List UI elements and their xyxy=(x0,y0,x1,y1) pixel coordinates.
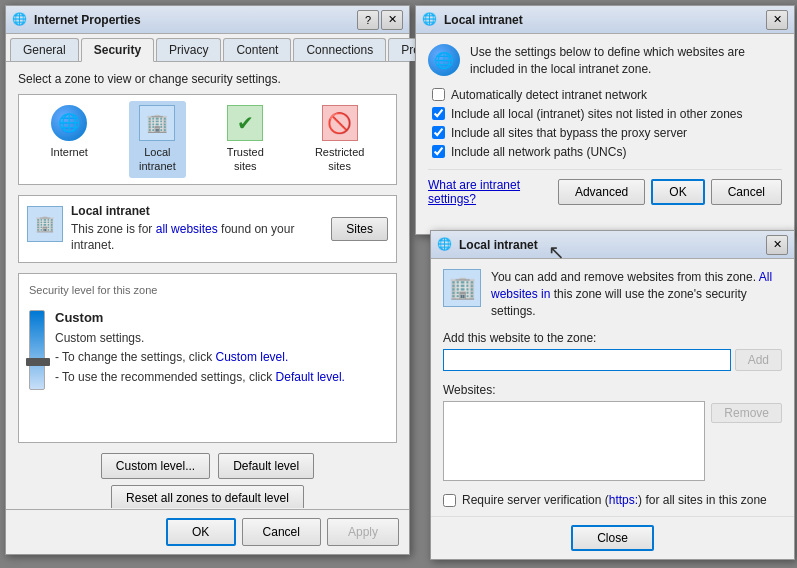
local-intranet-top-content: 🌐 Use the settings below to define which… xyxy=(416,34,794,216)
tab-security[interactable]: Security xyxy=(81,38,154,62)
zone-internet-label: Internet xyxy=(51,145,88,159)
checkbox-all-local: Include all local (intranet) sites not l… xyxy=(432,107,782,121)
zone-trusted-sites-label: Trustedsites xyxy=(227,145,264,174)
local-intranet-top-titlebar-buttons: ✕ xyxy=(766,10,788,30)
local-intranet-bottom-close-button[interactable]: ✕ xyxy=(766,235,788,255)
cancel-button[interactable]: Cancel xyxy=(242,518,321,546)
local-intranet-top-header: 🌐 Use the settings below to define which… xyxy=(428,44,782,78)
network-paths-label: Include all network paths (UNCs) xyxy=(451,145,626,159)
zone-internet[interactable]: 🌐 Internet xyxy=(41,101,98,178)
checkbox-bypass-proxy: Include all sites that bypass the proxy … xyxy=(432,126,782,140)
zone-info-desc: This zone is for all websites found on y… xyxy=(71,221,323,255)
websites-listbox[interactable] xyxy=(443,401,705,481)
add-website-section: 🏢 You can add and remove websites from t… xyxy=(431,259,794,517)
websites-section: Remove xyxy=(443,401,782,485)
reset-all-button[interactable]: Reset all zones to default level xyxy=(111,485,304,508)
checkbox-auto-detect: Automatically detect intranet network xyxy=(432,88,782,102)
tab-content[interactable]: Content xyxy=(223,38,291,61)
security-tab-content: Select a zone to view or change security… xyxy=(6,62,409,508)
default-level-button[interactable]: Default level xyxy=(218,453,314,479)
checkbox-network-paths: Include all network paths (UNCs) xyxy=(432,145,782,159)
intranet-cancel-button[interactable]: Cancel xyxy=(711,179,782,205)
local-intranet-top-header-text: Use the settings below to define which w… xyxy=(470,44,782,78)
trusted-sites-icon: ✔ xyxy=(227,105,263,141)
zone-info-icon: 🏢 xyxy=(27,206,63,242)
local-intranet-top-footer-buttons: Advanced OK Cancel xyxy=(558,179,782,205)
zones-box: 🌐 Internet 🏢 Localintranet ✔ Trustedsite… xyxy=(18,94,397,185)
bypass-proxy-label: Include all sites that bypass the proxy … xyxy=(451,126,687,140)
security-slider xyxy=(29,310,45,390)
close-row: Close xyxy=(431,516,794,559)
close-button[interactable]: ✕ xyxy=(381,10,403,30)
local-intranet-top-titlebar: 🌐 Local intranet ✕ xyxy=(416,6,794,34)
local-intranet-bottom-titlebar: 🌐 Local intranet ✕ xyxy=(431,231,794,259)
custom-desc: Custom settings. - To change the setting… xyxy=(55,329,345,387)
ok-button[interactable]: OK xyxy=(166,518,236,546)
all-local-checkbox[interactable] xyxy=(432,107,445,120)
local-intranet-bottom-icon: 🌐 xyxy=(437,237,453,253)
local-intranet-bottom-title: Local intranet xyxy=(459,238,766,252)
sites-button[interactable]: Sites xyxy=(331,217,388,241)
bypass-proxy-checkbox[interactable] xyxy=(432,126,445,139)
security-level-text: Custom Custom settings. - To change the … xyxy=(55,310,345,387)
add-website-header-text: You can add and remove websites from thi… xyxy=(491,269,782,319)
add-label: Add this website to the zone: xyxy=(443,331,782,345)
desc-link: all websites xyxy=(156,222,218,236)
add-website-input[interactable] xyxy=(443,349,731,371)
local-intranet-top-header-icon: 🌐 xyxy=(428,44,460,76)
tab-general[interactable]: General xyxy=(10,38,79,61)
local-intranet-top-footer: What are intranet settings? Advanced OK … xyxy=(428,169,782,206)
intranet-checkboxes: Automatically detect intranet network In… xyxy=(428,88,782,159)
custom-desc-line1: Custom settings. xyxy=(55,329,345,348)
security-buttons-row2: Reset all zones to default level xyxy=(18,485,397,508)
add-input-row: Add xyxy=(443,349,782,371)
help-button[interactable]: ? xyxy=(357,10,379,30)
restricted-sites-icon: 🚫 xyxy=(322,105,358,141)
ie-icon: 🌐 xyxy=(12,12,28,28)
zone-info-text: Local intranet This zone is for all webs… xyxy=(71,204,323,255)
custom-level-button[interactable]: Custom level... xyxy=(101,453,210,479)
tab-connections[interactable]: Connections xyxy=(293,38,386,61)
local-intranet-top-title: Local intranet xyxy=(444,13,766,27)
zone-info-name: Local intranet xyxy=(71,204,323,218)
header-text-part1: You can add and remove websites from thi… xyxy=(491,270,759,284)
close-dialog-button[interactable]: Close xyxy=(571,525,654,551)
add-button[interactable]: Add xyxy=(735,349,782,371)
auto-detect-checkbox[interactable] xyxy=(432,88,445,101)
zone-local-intranet[interactable]: 🏢 Localintranet xyxy=(129,101,186,178)
desc-text1: This zone is for xyxy=(71,222,156,236)
local-intranet-top-icon: 🌐 xyxy=(422,12,438,28)
titlebar-buttons: ? ✕ xyxy=(357,10,403,30)
internet-props-bottom-buttons: OK Cancel Apply xyxy=(6,509,409,554)
zone-trusted-sites[interactable]: ✔ Trustedsites xyxy=(217,101,274,178)
intranet-ok-button[interactable]: OK xyxy=(651,179,704,205)
local-intranet-top-dialog: 🌐 Local intranet ✕ 🌐 Use the settings be… xyxy=(415,5,795,235)
tab-privacy[interactable]: Privacy xyxy=(156,38,221,61)
local-intranet-top-close-button[interactable]: ✕ xyxy=(766,10,788,30)
zone-select-label: Select a zone to view or change security… xyxy=(18,72,397,86)
apply-button[interactable]: Apply xyxy=(327,518,399,546)
slider-thumb xyxy=(26,358,50,366)
zone-info-box: 🏢 Local intranet This zone is for all we… xyxy=(18,195,397,264)
https-text: https: xyxy=(609,493,638,507)
auto-detect-label: Automatically detect intranet network xyxy=(451,88,647,102)
zone-restricted-sites[interactable]: 🚫 Restrictedsites xyxy=(305,101,375,178)
remove-button[interactable]: Remove xyxy=(711,403,782,423)
add-website-header-icon: 🏢 xyxy=(443,269,481,307)
what-link[interactable]: What are intranet settings? xyxy=(428,178,550,206)
default-level-link: Default level. xyxy=(276,370,345,384)
local-intranet-bottom-dialog: 🌐 Local intranet ✕ 🏢 You can add and rem… xyxy=(430,230,795,560)
globe-icon: 🌐 xyxy=(51,105,87,141)
zone-restricted-sites-label: Restrictedsites xyxy=(315,145,365,174)
local-intranet-bottom-titlebar-buttons: ✕ xyxy=(766,235,788,255)
require-verification-checkbox[interactable] xyxy=(443,494,456,507)
slider-track xyxy=(29,310,45,390)
websites-label: Websites: xyxy=(443,383,782,397)
internet-properties-window: 🌐 Internet Properties ? ✕ General Securi… xyxy=(5,5,410,555)
security-level-label: Security level for this zone xyxy=(29,284,386,296)
advanced-button[interactable]: Advanced xyxy=(558,179,645,205)
internet-props-title: Internet Properties xyxy=(34,13,357,27)
require-checkbox-row: Require server verification (https:) for… xyxy=(443,493,782,507)
add-website-header: 🏢 You can add and remove websites from t… xyxy=(443,269,782,319)
network-paths-checkbox[interactable] xyxy=(432,145,445,158)
